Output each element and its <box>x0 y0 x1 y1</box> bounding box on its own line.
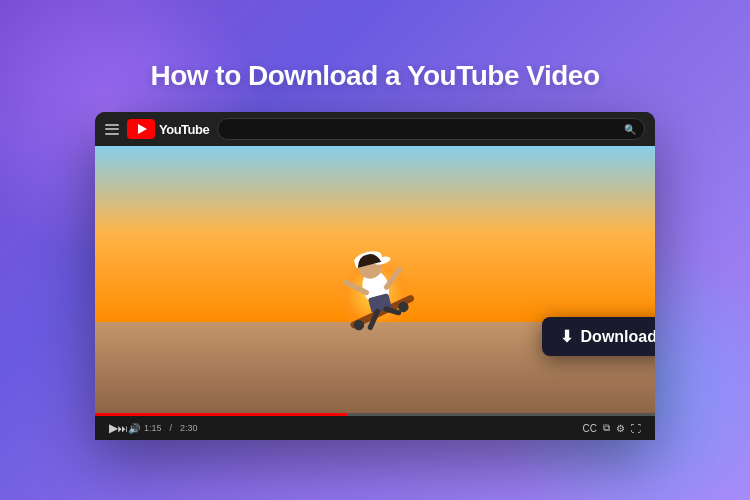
browser-window: YouTube 🔍 <box>95 112 655 440</box>
search-bar[interactable]: 🔍 <box>217 118 645 140</box>
svg-line-12 <box>383 269 403 287</box>
video-thumbnail <box>95 146 655 416</box>
page-title: How to Download a YouTube Video <box>150 60 599 92</box>
download-icon: ⬇ <box>560 327 573 346</box>
search-input[interactable] <box>226 124 624 135</box>
video-controls-bar: ▶ ⏭ 🔊 1:15 / 2:30 CC ⧉ ⚙ ⛶ <box>95 416 655 440</box>
time-current: 1:15 <box>144 423 162 433</box>
download-button-label: Download <box>581 328 655 346</box>
download-button[interactable]: ⬇ Download <box>542 317 655 356</box>
youtube-logo-text: YouTube <box>159 122 209 137</box>
youtube-logo: YouTube <box>127 119 209 139</box>
video-controls-row: ▶ ⏭ 🔊 1:15 / 2:30 CC ⧉ ⚙ ⛶ <box>105 421 645 435</box>
hamburger-icon[interactable] <box>105 124 119 135</box>
time-total: 2:30 <box>180 423 198 433</box>
right-controls: CC ⧉ ⚙ ⛶ <box>583 422 641 434</box>
captions-button[interactable]: CC <box>583 423 597 434</box>
miniplayer-button[interactable]: ⧉ <box>603 422 610 434</box>
youtube-header: YouTube 🔍 <box>95 112 655 146</box>
fullscreen-button[interactable]: ⛶ <box>631 423 641 434</box>
time-separator: / <box>170 423 173 433</box>
skip-button[interactable]: ⏭ <box>118 423 128 434</box>
youtube-logo-icon <box>127 119 155 139</box>
volume-button[interactable]: 🔊 <box>128 423 140 434</box>
video-container: ⬇ Download <box>95 146 655 416</box>
settings-button[interactable]: ⚙ <box>616 423 625 434</box>
play-button[interactable]: ▶ <box>109 421 118 435</box>
progress-bar-container[interactable] <box>95 413 655 416</box>
search-icon[interactable]: 🔍 <box>624 124 636 135</box>
progress-bar-fill <box>95 413 347 416</box>
